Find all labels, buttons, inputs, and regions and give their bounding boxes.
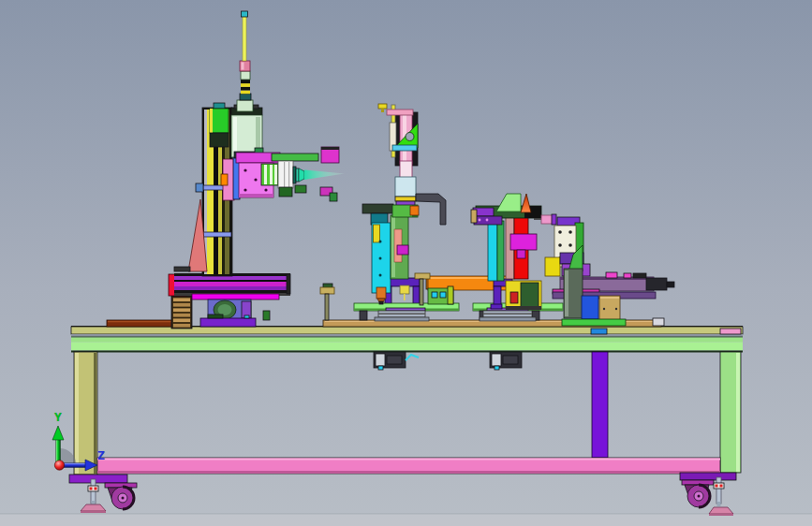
controller-box-tan[interactable] xyxy=(599,296,620,320)
rotary-stage[interactable] xyxy=(480,308,536,321)
slide-plate xyxy=(192,294,279,300)
caster-bracket-right xyxy=(680,473,736,480)
gripper-slide[interactable] xyxy=(371,213,391,304)
caster-bracket-left xyxy=(69,475,127,483)
ground-plane xyxy=(0,514,812,515)
column-motor xyxy=(210,103,229,147)
tabletop-pink-patch xyxy=(720,329,741,334)
pneumatic-cylinder[interactable] xyxy=(231,105,263,159)
table-leg-right[interactable] xyxy=(720,352,741,473)
stock-bar[interactable] xyxy=(107,320,174,327)
linear-rail-horizontal[interactable] xyxy=(174,273,290,296)
mount-block xyxy=(564,269,583,318)
origin-ball xyxy=(54,460,64,470)
tabletop-blue-patch xyxy=(591,329,607,334)
tabletop[interactable] xyxy=(71,326,743,353)
support-post[interactable] xyxy=(592,352,608,458)
press-column[interactable] xyxy=(391,215,408,279)
cylinder-neck xyxy=(237,100,253,111)
lower-shelf[interactable] xyxy=(97,458,720,474)
tool-box xyxy=(506,281,541,310)
controller-box-blue[interactable] xyxy=(582,296,598,319)
conveyor-end-block[interactable] xyxy=(428,286,453,304)
fixture-plate-end-cap xyxy=(653,318,664,326)
machine-3d-view xyxy=(0,0,812,526)
gripper-tip xyxy=(376,287,386,299)
ground-plane-strip xyxy=(0,515,812,526)
z-axis-label: Z xyxy=(94,449,109,461)
cad-viewport[interactable]: Y Z xyxy=(0,0,812,526)
y-axis-label: Y xyxy=(51,411,66,423)
